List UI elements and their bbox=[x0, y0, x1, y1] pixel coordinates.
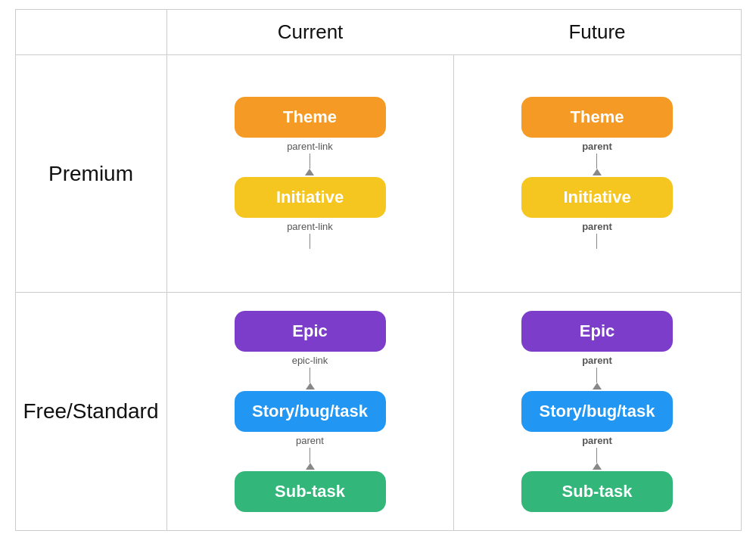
theme-current-pill: Theme bbox=[235, 97, 386, 138]
diagram-container: Current Future Premium Theme parent-link… bbox=[15, 9, 742, 531]
arrow-head-5 bbox=[593, 383, 602, 389]
arrow-head bbox=[305, 169, 314, 175]
header-current: Current bbox=[167, 10, 454, 55]
header-future-label: Future bbox=[568, 20, 625, 44]
link1-free-future-label: parent bbox=[582, 355, 612, 366]
arrow-head-3 bbox=[306, 383, 315, 389]
premium-current-cell: Theme parent-link Initiative parent-link bbox=[167, 55, 454, 293]
story-current-pill: Story/bug/task bbox=[235, 391, 386, 432]
link2-future-label: parent bbox=[582, 221, 612, 232]
connector-1-future: parent bbox=[582, 139, 612, 175]
arrow-line-5 bbox=[310, 368, 310, 383]
header-empty bbox=[16, 10, 167, 55]
arrow-head-6 bbox=[593, 463, 602, 470]
premium-future-cell: Theme parent Initiative parent bbox=[454, 55, 741, 293]
subtask-future-pill: Sub-task bbox=[521, 471, 673, 512]
arrow-line-7 bbox=[596, 368, 597, 383]
initiative-future-pill: Initiative bbox=[521, 177, 673, 218]
theme-future-pill: Theme bbox=[521, 97, 673, 138]
arrow-line-6 bbox=[310, 448, 310, 463]
connector-story-future: parent bbox=[582, 433, 612, 470]
arrow-line bbox=[310, 154, 310, 169]
free-label: Free/Standard bbox=[16, 293, 167, 530]
connector-2-future: parent bbox=[582, 219, 612, 249]
epic-current-pill: Epic bbox=[235, 311, 386, 352]
story-future-pill: Story/bug/task bbox=[521, 391, 673, 432]
arrow-line-4 bbox=[596, 234, 597, 249]
link2-free-future-label: parent bbox=[582, 435, 612, 446]
subtask-current-pill: Sub-task bbox=[235, 471, 386, 512]
connector-2-current: parent-link bbox=[287, 219, 333, 249]
link1-future-label: parent bbox=[582, 141, 612, 152]
link2-free-current-label: parent bbox=[296, 435, 324, 446]
connector-epic-future: parent bbox=[582, 353, 612, 389]
free-future-cell: Epic parent Story/bug/task parent Sub-ta… bbox=[454, 293, 741, 530]
arrow-head-4 bbox=[306, 463, 315, 470]
link2-current-label: parent-link bbox=[287, 221, 333, 232]
connector-story-current: parent bbox=[296, 433, 324, 470]
connector-1-current: parent-link bbox=[287, 139, 333, 175]
initiative-current-pill: Initiative bbox=[235, 177, 386, 218]
arrow-line-2 bbox=[310, 234, 310, 249]
premium-label: Premium bbox=[16, 55, 167, 293]
free-current-cell: Epic epic-link Story/bug/task parent Sub… bbox=[167, 293, 454, 530]
connector-epic-current: epic-link bbox=[292, 353, 328, 389]
header-future: Future bbox=[454, 10, 741, 55]
arrow-line-8 bbox=[596, 448, 597, 463]
header-current-label: Current bbox=[278, 20, 344, 44]
link1-current-label: parent-link bbox=[287, 141, 333, 152]
arrow-head-2 bbox=[593, 169, 602, 175]
link1-free-current-label: epic-link bbox=[292, 355, 328, 366]
grid: Current Future Premium Theme parent-link… bbox=[15, 9, 742, 531]
epic-future-pill: Epic bbox=[521, 311, 673, 352]
arrow-line-3 bbox=[596, 154, 597, 169]
